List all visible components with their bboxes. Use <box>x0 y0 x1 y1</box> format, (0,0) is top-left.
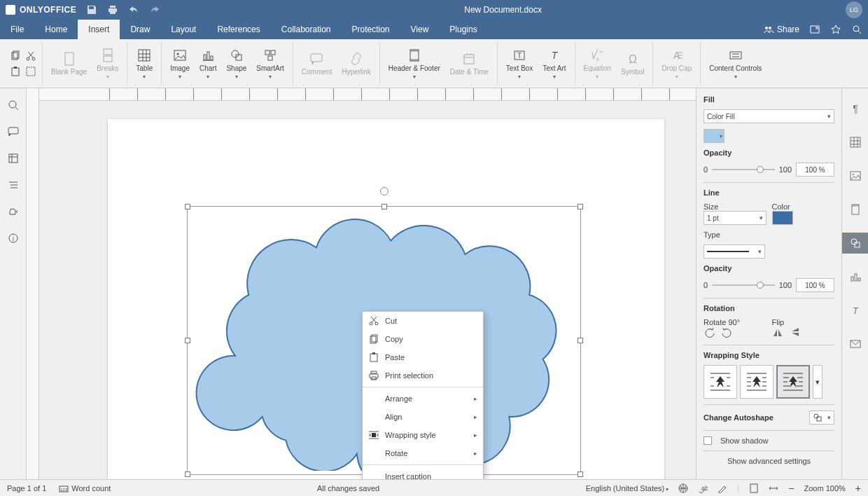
cm-insert-caption[interactable]: Insert caption <box>363 467 483 479</box>
fit-page-icon[interactable] <box>749 483 759 493</box>
line-opacity-input[interactable]: 100 % <box>796 278 834 292</box>
spellcheck-icon[interactable]: abc <box>698 483 708 493</box>
blank-page-button[interactable]: Blank Page <box>48 46 90 81</box>
headings-icon[interactable] <box>8 179 19 191</box>
search-icon[interactable] <box>851 24 862 35</box>
table-button[interactable]: Table <box>133 46 155 81</box>
cm-wrapping-style[interactable]: Wrapping style <box>363 426 483 444</box>
cm-paste[interactable]: Paste <box>363 348 483 366</box>
flip-horizontal-icon[interactable] <box>772 326 785 339</box>
feedback-icon[interactable] <box>8 206 19 217</box>
paragraph-settings-icon[interactable]: ¶ <box>842 98 869 119</box>
find-icon[interactable] <box>8 99 19 111</box>
resize-handle[interactable] <box>185 471 190 477</box>
wrap-square[interactable] <box>740 365 774 399</box>
cut-icon[interactable] <box>25 50 36 62</box>
menu-draw[interactable]: Draw <box>120 20 160 39</box>
rotate-left-icon[interactable] <box>704 326 716 339</box>
fill-type-select[interactable]: Color Fill <box>704 109 834 123</box>
mail-merge-icon[interactable] <box>842 333 869 354</box>
chart-settings-icon[interactable] <box>842 266 869 287</box>
line-type-select[interactable] <box>704 244 765 259</box>
rotate-handle[interactable] <box>380 187 388 195</box>
zoom-in[interactable]: + <box>855 483 861 494</box>
paste-icon[interactable] <box>10 66 21 77</box>
word-count[interactable]: 123Word count <box>59 483 111 493</box>
share-button[interactable]: Share <box>763 24 799 35</box>
wrap-inline[interactable] <box>704 365 737 399</box>
globe-icon[interactable] <box>678 483 688 493</box>
document-canvas[interactable]: Cut Copy Paste Print selection Arrange A… <box>27 88 696 479</box>
show-advanced-link[interactable]: Show advanced settings <box>704 457 834 465</box>
resize-handle[interactable] <box>578 471 583 477</box>
menu-file[interactable]: File <box>0 20 34 39</box>
menu-insert[interactable]: Insert <box>78 20 120 39</box>
content-controls-button[interactable]: Content Controls <box>706 46 764 81</box>
open-location-icon[interactable] <box>809 24 820 35</box>
menu-plugins[interactable]: Plugins <box>439 20 487 39</box>
zoom-out[interactable]: − <box>788 483 794 494</box>
show-shadow-checkbox[interactable]: Show shadow <box>704 436 834 445</box>
menu-collaboration[interactable]: Collaboration <box>271 20 342 39</box>
cm-align[interactable]: Align <box>363 408 483 426</box>
flip-vertical-icon[interactable] <box>789 326 802 339</box>
zoom-level[interactable]: Zoom 100% <box>804 484 846 492</box>
smartart-button[interactable]: SmartArt <box>253 46 286 81</box>
rotate-right-icon[interactable] <box>720 326 733 339</box>
line-color-swatch[interactable] <box>772 211 793 225</box>
line-opacity-slider[interactable] <box>712 281 775 289</box>
undo-icon[interactable] <box>128 4 139 15</box>
fill-opacity-slider[interactable] <box>712 165 775 174</box>
track-changes-icon[interactable] <box>718 483 727 493</box>
text-box-button[interactable]: TText Box <box>503 46 536 81</box>
select-icon[interactable] <box>25 66 36 77</box>
menu-layout[interactable]: Layout <box>160 20 206 39</box>
menu-protection[interactable]: Protection <box>342 20 400 39</box>
drop-cap-button[interactable]: ADrop Cap <box>659 46 694 81</box>
change-autoshape-select[interactable] <box>809 411 834 425</box>
hyperlink-button[interactable]: Hyperlink <box>339 50 374 77</box>
comment-button[interactable]: Comment <box>299 50 335 77</box>
breaks-button[interactable]: Breaks <box>94 46 121 81</box>
chart-button[interactable]: Chart <box>197 46 219 81</box>
line-size-select[interactable]: 1 pt <box>704 211 766 225</box>
resize-handle[interactable] <box>382 204 387 209</box>
table-settings-icon[interactable] <box>842 132 869 153</box>
menu-home[interactable]: Home <box>34 20 78 39</box>
resize-handle[interactable] <box>578 204 583 209</box>
about-icon[interactable]: i <box>8 233 19 244</box>
image-button[interactable]: Image <box>167 46 192 81</box>
resize-handle[interactable] <box>185 204 190 209</box>
shape-button[interactable]: Shape <box>223 46 249 81</box>
equation-button[interactable]: xEquation <box>581 46 614 81</box>
header-footer-button[interactable]: Header & Footer <box>386 46 443 81</box>
cm-rotate[interactable]: Rotate <box>363 444 483 462</box>
header-settings-icon[interactable] <box>842 199 869 220</box>
resize-handle[interactable] <box>185 338 190 343</box>
fill-opacity-input[interactable]: 100 % <box>796 163 834 177</box>
wrap-tight[interactable] <box>776 365 810 399</box>
cm-copy[interactable]: Copy <box>363 330 483 348</box>
user-avatar[interactable]: LG <box>846 1 862 18</box>
image-settings-icon[interactable] <box>842 165 869 186</box>
textart-settings-icon[interactable]: T <box>842 300 869 321</box>
fit-width-icon[interactable] <box>769 483 778 493</box>
symbol-button[interactable]: ΩSymbol <box>618 46 647 81</box>
navigation-icon[interactable] <box>8 153 19 164</box>
date-time-button[interactable]: Date & Time <box>447 46 491 81</box>
menu-view[interactable]: View <box>400 20 440 39</box>
redo-icon[interactable] <box>149 4 160 15</box>
menu-references[interactable]: References <box>206 20 270 39</box>
copy-icon[interactable] <box>10 50 21 62</box>
shape-settings-icon[interactable] <box>842 233 869 254</box>
cm-print-selection[interactable]: Print selection <box>363 366 483 385</box>
fill-color-swatch[interactable] <box>704 129 724 143</box>
favorite-icon[interactable] <box>830 24 841 35</box>
comments-icon[interactable] <box>8 126 19 137</box>
wrap-more[interactable]: ▾ <box>813 365 822 399</box>
text-art-button[interactable]: TText Art <box>540 46 568 81</box>
cm-cut[interactable]: Cut <box>363 312 483 330</box>
save-icon[interactable] <box>86 4 97 15</box>
language-select[interactable]: English (United States) <box>586 484 669 492</box>
page-indicator[interactable]: Page 1 of 1 <box>7 484 46 492</box>
